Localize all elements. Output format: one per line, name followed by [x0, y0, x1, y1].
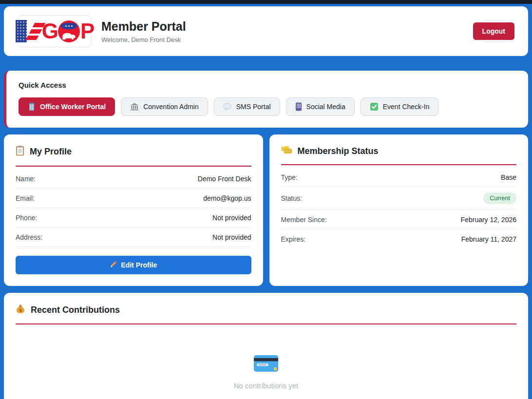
button-label: Convention Admin: [143, 103, 199, 111]
logout-button[interactable]: Logout: [473, 22, 514, 40]
membership-row-status: Status: Current: [281, 187, 517, 210]
quick-access-title: Quick Access: [19, 81, 516, 89]
event-check-in-button[interactable]: Event Check-In: [361, 97, 439, 116]
office-worker-portal-button[interactable]: Office Worker Portal: [19, 97, 115, 116]
membership-row-member-since: Member Since: February 12, 2026: [281, 210, 517, 229]
pencil-icon: [110, 261, 117, 269]
row-value: Not provided: [212, 233, 251, 241]
my-profile-header: My Profile: [16, 145, 251, 167]
flag-starfield-icon: [16, 20, 27, 42]
membership-status-card: Membership Status Type: Base Status: Cur…: [269, 134, 529, 286]
membership-rows: Type: Base Status: Current Member Since:…: [281, 168, 517, 249]
row-value: Not provided: [212, 214, 251, 222]
money-bag-icon: $: [16, 304, 25, 316]
button-label: Social Media: [306, 103, 345, 111]
clipboard-icon: [16, 145, 24, 158]
row-value: Base: [501, 173, 516, 181]
row-value: February 12, 2026: [461, 216, 516, 224]
two-column-section: My Profile Name: Demo Front Desk Email: …: [4, 134, 528, 286]
row-label: Email:: [16, 194, 35, 202]
profile-row-name: Name: Demo Front Desk: [16, 169, 251, 189]
status-badge: Current: [483, 192, 516, 204]
social-media-button[interactable]: Social Media: [286, 97, 355, 116]
edit-profile-button[interactable]: Edit Profile: [16, 256, 251, 274]
row-label: Member Since:: [281, 216, 327, 224]
kgop-logo-art: G P: [16, 20, 94, 42]
row-label: Expires:: [281, 235, 306, 243]
my-profile-title: My Profile: [30, 147, 72, 157]
profile-rows: Name: Demo Front Desk Email: demo@kgop.u…: [16, 169, 251, 247]
convention-admin-button[interactable]: Convention Admin: [121, 97, 208, 116]
quick-access-card: Quick Access Office Worker Portal: [4, 71, 528, 128]
speech-bubble-icon: [223, 103, 232, 111]
svg-text:$: $: [19, 308, 21, 313]
recent-contributions-title: Recent Contributions: [31, 305, 120, 315]
membership-status-title: Membership Status: [298, 146, 379, 156]
page: G P Member Portal Welcome, Demo Front De…: [0, 4, 532, 399]
empty-state-text: No contributions yet: [234, 381, 299, 390]
kgop-logo: G P: [18, 15, 92, 47]
button-label: SMS Portal: [236, 103, 271, 111]
row-label: Status:: [281, 194, 303, 202]
recent-contributions-header: $ Recent Contributions: [16, 304, 516, 324]
membership-row-expires: Expires: February 11, 2027: [281, 229, 517, 249]
top-accent-bar: [0, 0, 532, 4]
profile-row-phone: Phone: Not provided: [16, 208, 251, 228]
logo-letter-p: P: [80, 20, 94, 42]
recent-contributions-card: $ Recent Contributions No contributions …: [4, 293, 528, 399]
page-title: Member Portal: [101, 19, 186, 34]
edit-profile-label: Edit Profile: [121, 261, 157, 269]
row-value: Demo Front Desk: [198, 175, 251, 183]
credit-card-icon: [253, 354, 279, 375]
row-label: Name:: [16, 175, 36, 183]
office-building-icon: [28, 102, 36, 111]
profile-row-email: Email: demo@kgop.us: [16, 189, 251, 208]
check-square-icon: [370, 102, 379, 111]
contributions-empty-state: No contributions yet: [16, 324, 516, 390]
profile-row-address: Address: Not provided: [16, 228, 251, 247]
button-label: Office Worker Portal: [40, 103, 106, 111]
my-profile-card: My Profile Name: Demo Front Desk Email: …: [4, 134, 263, 286]
bank-icon: [130, 103, 139, 111]
row-value: demo@kgop.us: [203, 194, 251, 202]
row-label: Type:: [281, 173, 298, 181]
row-label: Phone:: [16, 214, 37, 222]
welcome-text: Welcome, Demo Front Desk: [101, 36, 186, 43]
sms-portal-button[interactable]: SMS Portal: [214, 97, 280, 116]
quick-access-buttons: Office Worker Portal Convention Admin: [19, 97, 516, 116]
gop-elephant-icon: [58, 20, 80, 42]
membership-status-header: Membership Status: [281, 145, 517, 165]
membership-row-type: Type: Base: [281, 168, 517, 187]
row-value: February 11, 2027: [461, 235, 516, 243]
row-label: Address:: [16, 233, 42, 241]
header-card: G P Member Portal Welcome, Demo Front De…: [4, 6, 528, 56]
tickets-icon: [281, 145, 292, 157]
header-text: Member Portal Welcome, Demo Front Desk: [101, 19, 186, 43]
button-label: Event Check-In: [383, 103, 430, 111]
mobile-phone-icon: [295, 102, 302, 111]
